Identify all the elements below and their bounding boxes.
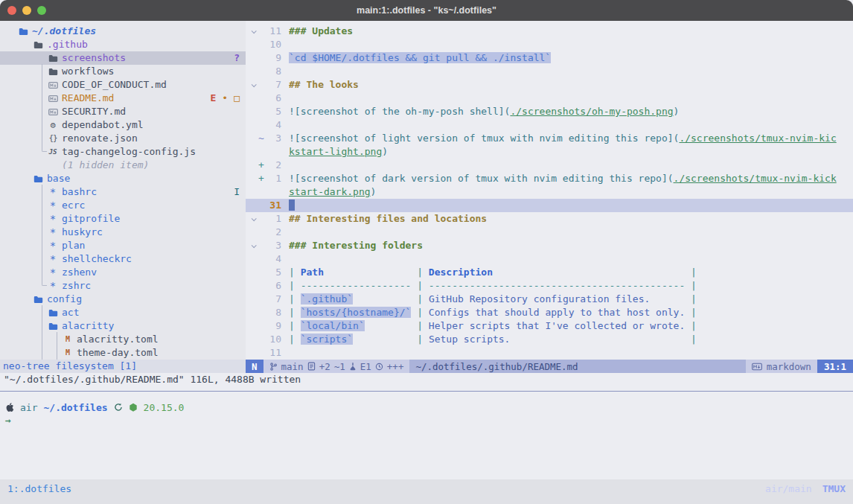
editor-line[interactable]: ~3![screenshot of light version of tmux … [246,132,853,145]
diff-added: +2 [319,361,330,372]
tree-item-gitprofile[interactable]: *gitprofile [0,212,246,226]
fold-chevron-icon[interactable] [249,217,258,221]
tree-item-renovate-json[interactable]: {}renovate.json [0,132,246,145]
editor-line[interactable]: 9`cd $HOME/.dotfiles && git pull && ./in… [246,51,853,65]
tree-item-label: shellcheckrc [62,252,132,266]
git-sign-column: + [258,159,265,172]
editor-line[interactable]: 11 [246,346,853,360]
tree-item-label: bashrc [62,185,97,199]
editor-line[interactable]: 5![screenshot of the oh-my-posh shell](.… [246,105,853,118]
js-icon: JS [48,145,58,159]
tree-item-dotfiles[interactable]: ~/.dotfiles [0,25,246,38]
editor-line[interactable]: 9| `local/bin` | Helper scripts that I'v… [246,319,853,333]
tree-item-base[interactable]: base [0,172,246,185]
tree-item-label: SECURITY.md [62,105,126,118]
tmux-window-label[interactable]: 1:.dotfiles [7,483,71,494]
line-text: ### Updates [289,25,353,38]
tree-item-alacritty-toml[interactable]: Malacritty.toml [0,333,246,346]
tree-item-bashrc[interactable]: *bashrcI [0,185,246,199]
fold-chevron-icon[interactable] [249,244,258,248]
line-number: 9 [265,51,281,65]
editor-line[interactable]: 5| Path | Description | [246,266,853,279]
star-icon: * [48,266,58,279]
tree-item-act[interactable]: act [0,306,246,319]
line-number: 5 [265,266,281,279]
tree-item-badges: E•□ [211,92,246,105]
tree-item-label: .github [47,38,88,51]
star-icon: * [48,279,58,293]
tree-item-plan[interactable]: *plan [0,239,246,252]
tree-item-tag-changelog-config-js[interactable]: JStag-changelog-config.js [0,145,246,159]
editor-line[interactable]: +2 [246,159,853,172]
tree-item-zshrc[interactable]: *zshrc [0,279,246,293]
tree-item-label: README.md [62,92,114,105]
tree-item-dependabot-yml[interactable]: ⚙dependabot.yml [0,118,246,132]
tree-item-huskyrc[interactable]: *huskyrc [0,226,246,239]
editor-line[interactable]: 8 [246,65,853,78]
tree-item-theme-day-toml[interactable]: Mtheme-day.toml [0,346,246,360]
editor-line[interactable]: 3### Interesting folders [246,239,853,252]
tree-item-shellcheckrc[interactable]: *shellcheckrc [0,252,246,266]
editor-line[interactable]: 4 [246,252,853,266]
editor-line[interactable]: 11### Updates [246,25,853,38]
folder-icon [48,322,58,331]
line-number: 1 [265,212,281,226]
tree-item-workflows[interactable]: workflows [0,65,246,78]
fold-chevron-icon[interactable] [249,30,258,34]
line-number: 11 [265,25,281,38]
line-number: 6 [265,92,281,105]
tree-item-security-md[interactable]: SECURITY.md [0,105,246,118]
tree-item-1-hidden-item[interactable]: (1 hidden item) [0,159,246,172]
tree-item-screenshots[interactable]: screenshots? [0,51,246,65]
tree-item-alacritty[interactable]: alacritty [0,319,246,333]
tree-item-label: ~/.dotfiles [32,25,96,38]
tree-item-zshenv[interactable]: *zshenv [0,266,246,279]
tree-item-code-of-conduct-md[interactable]: CODE_OF_CONDUCT.md [0,78,246,92]
tree-item-label: act [62,306,79,319]
tmux-session-label: air/main [765,483,812,494]
toml-icon: M [63,346,73,360]
tree-guide [42,118,42,133]
tree-guide [42,332,42,347]
line-text: | `scripts` | Setup scripts. | [289,333,697,346]
line-number: 9 [265,319,281,333]
editor-line[interactable]: 6 [246,92,853,105]
line-number: 6 [265,279,281,293]
editor-line[interactable]: 1## Interesting files and locations [246,212,853,226]
line-text: | `.github` | GitHub Repository configur… [289,293,697,306]
line-text: ## The looks [289,78,359,92]
tree-item-label: (1 hidden item) [62,159,149,172]
star-icon: * [48,212,58,226]
editor-buffer[interactable]: 11### Updates109`cd $HOME/.dotfiles && g… [246,21,853,360]
editor-line[interactable]: 8| `hosts/{hostname}/` | Configs that sh… [246,306,853,319]
tree-item-github[interactable]: .github [0,38,246,51]
diagnostics-count: E1 [360,361,371,372]
tree-guide [42,198,42,213]
editor-line[interactable]: 2 [246,226,853,239]
editor-line[interactable]: start-dark.png) [246,185,853,199]
tree-guide [42,305,42,320]
folder-icon [48,309,58,317]
tmux-shell-pane[interactable]: air ~/.dotfiles 20.15.0 → [0,391,853,479]
shell-prompt: air ~/.dotfiles 20.15.0 [5,401,853,414]
line-number: 10 [265,38,281,51]
editor-line[interactable]: 31 [246,199,853,212]
line-text: | `local/bin` | Helper scripts that I've… [289,319,697,333]
editor-line[interactable]: +1![screenshot of dark version of tmux w… [246,172,853,185]
editor-line[interactable]: 7| `.github` | GitHub Repository configu… [246,293,853,306]
tree-item-label: alacritty [62,319,114,333]
editor-line[interactable]: 10| `scripts` | Setup scripts. | [246,333,853,346]
markdown-file-icon [48,82,58,89]
prompt-arrow[interactable]: → [5,414,853,427]
tree-item-ecrc[interactable]: *ecrc [0,199,246,212]
editor-line[interactable]: 6| ------------------- | ---------------… [246,279,853,293]
editor-line[interactable]: 10 [246,38,853,51]
editor-line[interactable]: 4 [246,118,853,132]
editor-line[interactable]: 7## The looks [246,78,853,92]
tree-guide [42,91,42,106]
tree-item-readme-md[interactable]: README.mdE•□ [0,92,246,105]
mode-indicator: N [246,360,263,373]
editor-line[interactable]: kstart-light.png) [246,145,853,159]
tree-item-config[interactable]: config [0,293,246,306]
fold-chevron-icon[interactable] [249,83,258,87]
